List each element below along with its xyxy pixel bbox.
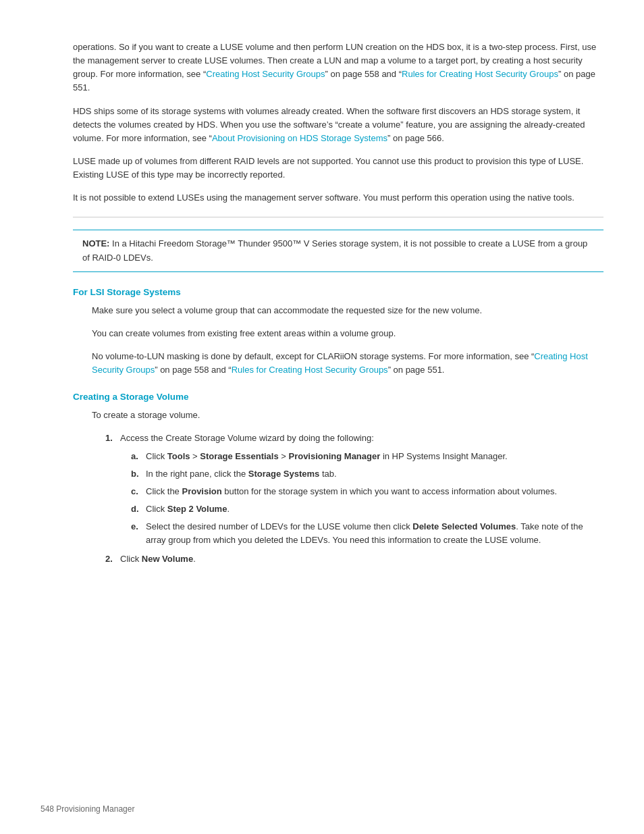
paragraph-2: HDS ships some of its storage systems wi… <box>73 105 603 145</box>
note-label: NOTE: <box>82 238 109 249</box>
para2-end: ” on page 566. <box>387 133 444 143</box>
step1a-mid1: > <box>190 451 200 461</box>
step-1-sub-list: Click Tools > Storage Essentials > Provi… <box>131 450 603 548</box>
step2-text: Click <box>120 554 142 564</box>
step1a-bold3: Provisioning Manager <box>288 451 380 461</box>
step-1b: In the right pane, click the Storage Sys… <box>131 467 603 481</box>
step1a-bold2: Storage Essentials <box>200 451 278 461</box>
divider-1 <box>73 217 603 217</box>
link-rules-creating-host-security-groups-2[interactable]: Rules for Creating Host Security Groups <box>232 365 388 375</box>
step1d-text: Click <box>146 504 167 514</box>
step1e-text: Select the desired number of LDEVs for t… <box>146 521 412 531</box>
note-box: NOTE: In a Hitachi Freedom Storage™ Thun… <box>73 230 603 271</box>
step1b-bold: Storage Systems <box>248 469 320 479</box>
para1-mid1: ” on page 558 and “ <box>325 69 402 79</box>
step1a-mid2: > <box>279 451 289 461</box>
step1a-bold1: Tools <box>167 451 190 461</box>
step1b-end: tab. <box>319 469 336 479</box>
step2-bold: New Volume <box>142 554 193 564</box>
link-creating-host-security-groups-1[interactable]: Creating Host Security Groups <box>206 69 325 79</box>
page-footer: 548 Provisioning Manager <box>41 804 134 814</box>
lsi-para3-end: ” on page 551. <box>388 365 445 375</box>
creating-storage-volume-heading: Creating a Storage Volume <box>73 392 603 402</box>
step2-end: . <box>193 554 196 564</box>
step-1: Access the Create Storage Volume wizard … <box>105 432 603 547</box>
step1b-text: In the right pane, click the <box>146 469 248 479</box>
step1e-bold: Delete Selected Volumes <box>412 521 516 531</box>
step-1d: Click Step 2 Volume. <box>131 502 603 516</box>
step-2: Click New Volume. <box>105 552 603 566</box>
paragraph-3: LUSE made up of volumes from different R… <box>73 155 603 182</box>
lsi-para3-start: No volume-to-LUN masking is done by defa… <box>92 351 534 361</box>
lsi-paragraph-3: No volume-to-LUN masking is done by defa… <box>92 350 603 377</box>
step-1c: Click the Provision button for the stora… <box>131 485 603 498</box>
step1a-text: Click <box>146 451 167 461</box>
note-text: In a Hitachi Freedom Storage™ Thunder 95… <box>82 238 587 262</box>
step1c-text: Click the <box>146 486 182 496</box>
content-area: operations. So if you want to create a L… <box>73 41 603 567</box>
paragraph-4: It is not possible to extend LUSEs using… <box>73 191 603 205</box>
step1a-end: in HP Systems Insight Manager. <box>380 451 507 461</box>
steps-list: Access the Create Storage Volume wizard … <box>105 432 603 566</box>
step1c-bold: Provision <box>182 486 221 496</box>
page-container: operations. So if you want to create a L… <box>0 0 644 834</box>
step1-text: Access the Create Storage Volume wizard … <box>120 433 374 443</box>
lsi-para3-mid: ” on page 558 and “ <box>155 365 231 375</box>
lsi-paragraph-2: You can create volumes from existing fre… <box>92 327 603 340</box>
step1d-bold: Step 2 Volume <box>167 504 227 514</box>
creating-content: To create a storage volume. Access the C… <box>92 409 603 566</box>
lsi-content: Make sure you select a volume group that… <box>92 304 603 377</box>
paragraph-1: operations. So if you want to create a L… <box>73 41 603 95</box>
footer-text: 548 Provisioning Manager <box>41 804 134 814</box>
link-about-provisioning-hds[interactable]: About Provisioning on HDS Storage System… <box>212 133 387 143</box>
step-1e: Select the desired number of LDEVs for t… <box>131 520 603 547</box>
link-rules-creating-host-security-groups-1[interactable]: Rules for Creating Host Security Groups <box>402 69 558 79</box>
step1c-end: button for the storage system in which y… <box>222 486 557 496</box>
step1d-end: . <box>227 504 230 514</box>
step-1a: Click Tools > Storage Essentials > Provi… <box>131 450 603 463</box>
lsi-paragraph-1: Make sure you select a volume group that… <box>92 304 603 317</box>
lsi-section-heading: For LSI Storage Systems <box>73 287 603 297</box>
creating-intro: To create a storage volume. <box>92 409 603 422</box>
